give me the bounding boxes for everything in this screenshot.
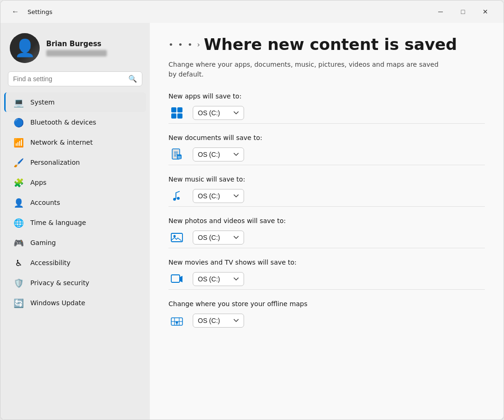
user-info: Brian Burgess — [46, 40, 107, 56]
save-section-maps: Change where you store your offline maps… — [168, 300, 485, 329]
back-button[interactable]: ← — [8, 4, 23, 19]
sidebar-label-accessibility: Accessibility — [30, 259, 70, 266]
sidebar-label-accounts: Accounts — [30, 199, 60, 206]
privacy-icon: 🛡️ — [14, 278, 24, 288]
save-label-apps: New apps will save to: — [168, 92, 485, 100]
save-row-movies: OS (C:) — [168, 271, 485, 287]
music-icon — [168, 188, 185, 204]
save-row-maps: OS (C:) — [168, 312, 485, 329]
save-row-photos: OS (C:) — [168, 229, 485, 246]
save-row-documents: ▤ OS (C:) — [168, 146, 485, 163]
search-box[interactable]: 🔍 — [8, 71, 142, 86]
sidebar-label-network: Network & internet — [30, 139, 93, 146]
photos-icon — [168, 229, 185, 246]
update-icon: 🔄 — [14, 298, 24, 308]
save-select-music[interactable]: OS (C:) — [193, 189, 244, 203]
breadcrumb-dots: • • • — [168, 40, 193, 49]
divider — [168, 123, 485, 124]
svg-point-10 — [173, 198, 176, 201]
sidebar-label-time: Time & language — [30, 219, 86, 226]
sidebar-item-accounts[interactable]: 👤 Accounts — [4, 193, 146, 212]
save-label-movies: New movies and TV shows will save to: — [168, 259, 485, 266]
sidebar-item-network[interactable]: 📶 Network & internet — [4, 133, 146, 152]
close-button[interactable]: ✕ — [475, 4, 496, 19]
svg-rect-14 — [171, 275, 180, 282]
sidebar-item-bluetooth[interactable]: 🔵 Bluetooth & devices — [4, 112, 146, 132]
maps-icon — [168, 312, 185, 329]
breadcrumb: • • • › Where new content is saved — [168, 36, 485, 53]
sidebar-item-privacy[interactable]: 🛡️ Privacy & security — [4, 273, 146, 293]
documents-icon: ▤ — [168, 146, 185, 163]
sidebar-label-gaming: Gaming — [30, 239, 56, 246]
titlebar-controls: ─ □ ✕ — [430, 4, 496, 19]
bluetooth-icon: 🔵 — [14, 117, 24, 127]
svg-point-16 — [176, 322, 178, 324]
save-select-movies[interactable]: OS (C:) — [193, 272, 244, 286]
save-select-documents[interactable]: OS (C:) — [193, 147, 244, 161]
save-label-documents: New documents will save to: — [168, 134, 485, 141]
svg-rect-3 — [177, 113, 182, 119]
titlebar: ← Settings ─ □ ✕ — [0, 0, 504, 23]
user-section: Brian Burgess — [0, 28, 150, 71]
sidebar-item-system[interactable]: 💻 System — [4, 92, 146, 112]
save-select-photos[interactable]: OS (C:) — [193, 231, 244, 245]
user-email — [46, 50, 107, 56]
sidebar-label-personalization: Personalization — [30, 159, 80, 166]
svg-text:▤: ▤ — [177, 155, 181, 159]
divider — [168, 248, 485, 248]
personalization-icon: 🖌️ — [14, 157, 24, 168]
content-area: Brian Burgess 🔍 💻 System 🔵 Bluetooth & d… — [0, 23, 504, 420]
save-select-apps[interactable]: OS (C:) — [193, 106, 244, 120]
apps-icon: 🧩 — [14, 177, 24, 188]
search-input[interactable] — [13, 75, 125, 83]
time-icon: 🌐 — [14, 217, 24, 228]
titlebar-title: Settings — [28, 8, 52, 15]
save-section-movies: New movies and TV shows will save to: OS… — [168, 259, 485, 290]
titlebar-left: ← Settings — [8, 4, 52, 19]
sidebar-item-apps[interactable]: 🧩 Apps — [4, 173, 146, 192]
svg-point-11 — [177, 197, 180, 200]
accessibility-icon: ♿ — [14, 258, 24, 268]
page-title: Where new content is saved — [204, 36, 457, 53]
save-label-music: New music will save to: — [168, 175, 485, 183]
breadcrumb-arrow: › — [197, 40, 200, 49]
svg-rect-1 — [177, 107, 182, 112]
divider — [168, 289, 485, 290]
sidebar-item-accessibility[interactable]: ♿ Accessibility — [4, 253, 146, 273]
save-row-apps: OS (C:) — [168, 105, 485, 121]
network-icon: 📶 — [14, 137, 24, 147]
sidebar: Brian Burgess 🔍 💻 System 🔵 Bluetooth & d… — [0, 23, 150, 420]
page-description: Change where your apps, documents, music… — [168, 60, 448, 79]
sidebar-label-system: System — [30, 98, 55, 106]
movies-icon — [168, 271, 185, 287]
system-icon: 💻 — [14, 97, 24, 107]
save-row-music: OS (C:) — [168, 188, 485, 204]
sidebar-item-personalization[interactable]: 🖌️ Personalization — [4, 153, 146, 172]
sidebar-label-update: Windows Update — [30, 299, 85, 307]
save-section-music: New music will save to: OS (C:) — [168, 175, 485, 207]
svg-point-13 — [174, 235, 176, 238]
save-section-documents: New documents will save to: ▤ OS (C:) — [168, 134, 485, 165]
save-label-maps: Change where you store your offline maps — [168, 300, 485, 308]
gaming-icon: 🎮 — [14, 238, 24, 248]
main-content: • • • › Where new content is saved Chang… — [150, 23, 504, 420]
maximize-button[interactable]: □ — [452, 4, 474, 19]
save-section-apps: New apps will save to: OS (C:) — [168, 92, 485, 124]
svg-rect-2 — [171, 113, 176, 119]
save-select-maps[interactable]: OS (C:) — [193, 314, 244, 328]
divider — [168, 165, 485, 165]
accounts-icon: 👤 — [14, 197, 24, 208]
sidebar-label-privacy: Privacy & security — [30, 279, 89, 287]
sections-list: New apps will save to: OS (C:)New docume… — [168, 92, 485, 329]
sidebar-item-time[interactable]: 🌐 Time & language — [4, 213, 146, 232]
sidebar-item-gaming[interactable]: 🎮 Gaming — [4, 233, 146, 252]
avatar-image — [10, 33, 40, 63]
user-name: Brian Burgess — [46, 40, 107, 48]
avatar — [10, 33, 40, 63]
save-section-photos: New photos and videos will save to: OS (… — [168, 217, 485, 248]
divider — [168, 206, 485, 207]
search-icon: 🔍 — [128, 75, 137, 83]
sidebar-item-update[interactable]: 🔄 Windows Update — [4, 293, 146, 313]
minimize-button[interactable]: ─ — [430, 4, 451, 19]
svg-rect-0 — [171, 107, 176, 112]
